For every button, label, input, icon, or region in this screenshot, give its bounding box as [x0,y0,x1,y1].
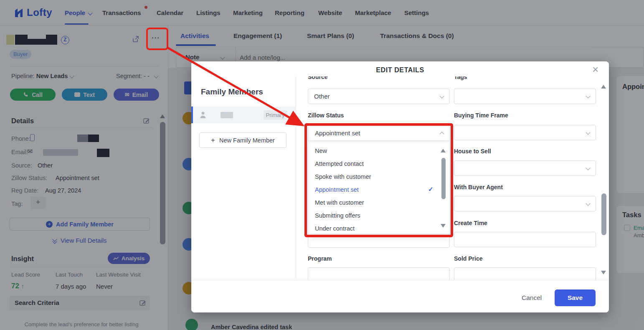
chevron-down-icon [586,201,590,206]
chevron-down-icon [586,94,590,98]
house-to-sell-label: House to Sell [454,148,491,155]
create-time-label: Create Time [454,220,487,226]
member-name-redacted [221,112,233,118]
sold-price-label: Sold Price [454,255,482,262]
create-time-input[interactable] [454,232,596,247]
new-family-member-button[interactable]: + New Family Member [199,132,287,148]
chevron-down-icon [586,130,590,135]
tags-select[interactable] [454,89,596,104]
primary-badge: Primary [264,110,287,120]
plus-icon: + [211,136,215,145]
with-buyer-agent-label: With Buyer Agent [454,184,503,190]
chevron-down-icon [439,94,444,98]
zillow-status-field-label: Zillow Status [308,112,344,119]
close-icon[interactable]: × [592,64,598,75]
modal-scroll-down[interactable] [601,271,606,274]
source-select[interactable]: Other [308,89,450,104]
chevron-down-icon [586,165,590,170]
cancel-button[interactable]: Cancel [522,294,542,302]
annotation-box-dropdown [304,123,453,237]
buying-time-frame-label: Buying Time Frame [454,112,508,119]
modal-scroll-up[interactable] [601,85,606,89]
modal-footer: Cancel Save [191,280,609,312]
annotation-box-more-button [146,28,168,50]
family-members-title: Family Members [201,87,263,96]
with-buyer-agent-select[interactable] [454,196,596,211]
house-to-sell-select[interactable] [454,160,596,176]
panel-divider [296,76,296,280]
modal-scrollbar[interactable] [601,193,606,235]
save-button[interactable]: Save [555,289,596,306]
buying-time-frame-select[interactable] [454,125,596,140]
person-icon [200,111,206,119]
lofty-crm-page: Lofty People Transactions Calendar Listi… [0,0,644,330]
program-field-label: Program [308,255,332,262]
family-member-row[interactable]: Primary [191,107,296,123]
